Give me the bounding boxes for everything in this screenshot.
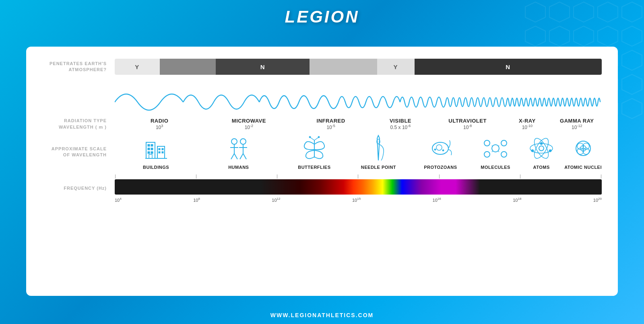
svg-rect-8 <box>159 148 160 150</box>
needle-icon <box>364 134 392 162</box>
rad-wl-uv: 10-8 <box>433 124 502 130</box>
header: LEGION <box>0 0 644 31</box>
frequency-tick-lines <box>115 174 602 178</box>
scale-label-molecules: MOLECULES <box>481 165 510 170</box>
svg-point-37 <box>484 152 490 157</box>
svg-rect-5 <box>151 148 153 150</box>
svg-rect-12 <box>149 154 152 158</box>
svg-point-30 <box>432 142 448 154</box>
atmosphere-bar: Y N Y N <box>115 59 602 75</box>
scale-items: BUILDINGS <box>115 134 602 170</box>
scale-label-needle: NEEDLE POINT <box>361 165 396 170</box>
freq-tick-line-6 <box>520 174 520 178</box>
frequency-row: FREQUENCY (Hz) 104 108 1012 1015 1016 10… <box>42 174 602 203</box>
rad-wl-visible: 0.5 x 10-6 <box>368 124 433 130</box>
radiation-label: RADIATION TYPE WAVELENGTH ( m ) <box>42 118 115 130</box>
radiation-items: RADIO 103 MICROWAVE 10-2 INFRARED 10-5 V… <box>115 118 602 130</box>
scale-label-buildings: BUILDINGS <box>143 165 169 170</box>
scale-item-needle: NEEDLE POINT <box>349 134 408 170</box>
rad-item-microwave: MICROWAVE 10-2 <box>204 118 293 130</box>
svg-rect-11 <box>162 152 163 153</box>
frequency-bar <box>115 179 602 195</box>
rad-item-infrared: INFRARED 10-5 <box>294 118 368 130</box>
svg-point-48 <box>549 150 551 152</box>
scale-label-humans: HUMANS <box>228 165 249 170</box>
scale-label-butterflies: BUTTERFLIES <box>298 165 330 170</box>
freq-tick-16: 1016 <box>433 197 441 203</box>
scale-row: APPROXIMATE SCALE OF WAVELENGTH <box>42 134 602 170</box>
svg-point-26 <box>309 136 311 138</box>
wave-svg <box>115 78 602 114</box>
atomic-nuclei-icon <box>569 134 597 162</box>
freq-tick-line-4 <box>358 174 358 178</box>
rad-name-radio: RADIO <box>115 118 204 124</box>
scale-label-atoms: ATOMS <box>533 165 550 170</box>
svg-line-41 <box>492 151 493 152</box>
wave-row <box>42 78 602 116</box>
butterflies-icon <box>300 134 328 162</box>
main-card: PENETRATES EARTH'S ATMOSPHERE? Y N Y N <box>26 47 618 296</box>
frequency-bar-container: 104 108 1012 1015 1016 1018 1020 <box>115 174 602 203</box>
scale-item-butterflies: BUTTERFLIES <box>280 134 349 170</box>
rad-name-visible: VISIBLE <box>368 118 433 124</box>
scale-item-buildings: BUILDINGS <box>115 134 197 170</box>
scale-item-protozoans: PROTOZOANS <box>409 134 473 170</box>
rad-item-radio: RADIO 103 <box>115 118 204 130</box>
svg-line-25 <box>310 137 314 140</box>
footer: WWW.LEGIONATHLETICS.COM <box>270 312 374 324</box>
scale-item-atoms: ATOMS <box>518 134 564 170</box>
rad-name-microwave: MICROWAVE <box>204 118 293 124</box>
atmosphere-bar-container: Y N Y N <box>115 59 602 75</box>
svg-point-47 <box>540 142 543 145</box>
svg-point-43 <box>539 146 544 151</box>
freq-tick-line-3 <box>277 174 277 178</box>
freq-tick-line-2 <box>196 174 196 178</box>
freq-tick-line-5 <box>439 174 440 178</box>
rad-item-uv: ULTRAVIOLET 10-8 <box>433 118 502 130</box>
svg-line-17 <box>231 154 234 159</box>
freq-tick-4: 104 <box>115 197 122 203</box>
atm-seg-y2 <box>310 59 377 75</box>
rad-name-gamma: GAMMA RAY <box>552 118 602 124</box>
frequency-ticks: 104 108 1012 1015 1016 1018 1020 <box>115 197 602 203</box>
molecules-icon <box>481 134 510 162</box>
freq-tick-20: 1020 <box>593 197 602 203</box>
svg-line-22 <box>240 154 243 159</box>
svg-rect-6 <box>148 152 150 154</box>
scale-item-humans: HUMANS <box>197 134 280 170</box>
svg-point-38 <box>501 152 507 157</box>
rad-item-xray: X-RAY 10-10 <box>502 118 552 130</box>
wave-container <box>115 78 602 116</box>
svg-point-35 <box>484 140 490 146</box>
rad-name-uv: ULTRAVIOLET <box>433 118 502 124</box>
freq-tick-18: 1018 <box>513 197 521 203</box>
svg-point-19 <box>240 139 246 144</box>
radiation-row: RADIATION TYPE WAVELENGTH ( m ) RADIO 10… <box>42 118 602 130</box>
svg-rect-2 <box>148 144 150 146</box>
svg-line-18 <box>234 154 237 159</box>
scale-item-molecules: MOLECULES <box>473 134 518 170</box>
atm-seg-y1: Y <box>115 59 160 75</box>
freq-tick-12: 1012 <box>272 197 280 203</box>
scale-item-atomic-nuclei: ATOMIC NUCLEI <box>564 134 602 170</box>
rad-wl-infrared: 10-5 <box>294 124 368 130</box>
svg-line-42 <box>498 151 499 152</box>
svg-point-28 <box>318 136 320 138</box>
buildings-icon <box>142 134 170 162</box>
freq-tick-line-7 <box>601 174 601 178</box>
svg-point-33 <box>442 150 444 151</box>
atm-seg-n2: N <box>415 59 602 75</box>
svg-line-23 <box>243 154 246 159</box>
rad-item-visible: VISIBLE 0.5 x 10-6 <box>368 118 433 130</box>
svg-rect-4 <box>148 148 150 150</box>
svg-point-14 <box>231 139 237 144</box>
svg-rect-0 <box>146 142 155 158</box>
rad-wl-xray: 10-10 <box>502 124 552 130</box>
svg-rect-3 <box>151 144 153 146</box>
protozoans-icon <box>426 134 454 162</box>
atm-seg-n1b: N <box>216 59 310 75</box>
scale-label-protozoans: PROTOZOANS <box>424 165 457 170</box>
frequency-label: FREQUENCY (Hz) <box>42 185 115 191</box>
atmosphere-label: PENETRATES EARTH'S ATMOSPHERE? <box>42 61 115 73</box>
rad-wl-gamma: 10-12 <box>552 124 602 130</box>
